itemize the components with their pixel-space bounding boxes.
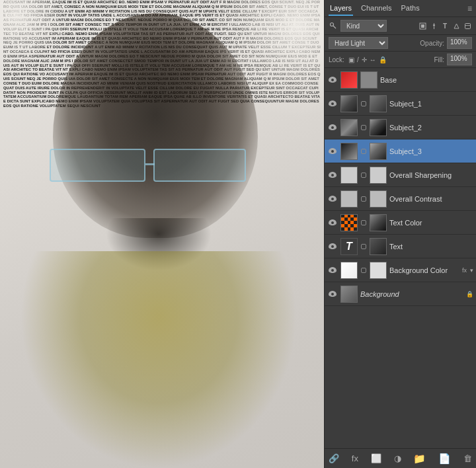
layer-mask-base: [360, 71, 377, 89]
layer-item-subject2[interactable]: Subject_2: [325, 116, 476, 139]
layer-name-subject2: Subject_2: [389, 124, 473, 132]
layer-visibility-subject3[interactable]: [327, 146, 338, 157]
layer-thumb-base: [340, 71, 358, 89]
layer-item-text-color[interactable]: Text Color: [325, 211, 476, 235]
opacity-input[interactable]: 100%: [447, 37, 472, 49]
tab-channels[interactable]: Channels: [360, 1, 393, 16]
eye-icon-sharpening: [329, 172, 337, 178]
panel-tabs: Layers Channels Paths ≡: [325, 0, 476, 17]
eye-icon-bg-color: [329, 267, 337, 273]
layer-item-base[interactable]: Base: [325, 68, 476, 92]
layer-thumb-text-color: [340, 214, 358, 231]
layer-item-overall-contrast[interactable]: Overall Contrast: [325, 187, 476, 211]
canvas-area: ACCUSANT IM APERIAM, EAQUE IM IS ET QUAS…: [0, 0, 324, 468]
layer-thumb-contrast: [340, 190, 358, 208]
link-layers-button[interactable]: 🔗: [329, 453, 339, 463]
eye-icon-text: [329, 243, 337, 249]
svg-line-1: [333, 26, 336, 28]
layer-item-subject3[interactable]: Subject_3: [325, 139, 476, 163]
layer-name-base: Base: [380, 76, 473, 84]
layer-thumb-text: T: [340, 238, 358, 255]
layer-thumb-subject1: [340, 95, 358, 112]
eye-icon-base: [329, 77, 337, 83]
layer-item-background-color[interactable]: Background Color fx ▾: [325, 258, 476, 282]
layer-name-background: Background: [360, 290, 463, 298]
panel-menu-icon[interactable]: ≡: [467, 4, 472, 13]
svg-rect-3: [421, 24, 424, 28]
svg-point-4: [433, 24, 435, 26]
layer-visibility-contrast[interactable]: [327, 194, 338, 204]
fill-label: Fill:: [434, 56, 444, 63]
blend-row: Hard Light Opacity: 100%: [325, 35, 476, 52]
layer-item-text[interactable]: T Text: [325, 235, 476, 258]
add-fill-button[interactable]: ◑: [394, 453, 401, 463]
layer-mask-sharpening: [370, 167, 387, 184]
filter-adjust-icon[interactable]: [429, 21, 438, 30]
layer-mask-text: [370, 238, 387, 255]
layer-visibility-sharpening[interactable]: [327, 170, 338, 180]
layer-visibility-subject2[interactable]: [327, 122, 338, 133]
layer-chain-subject2: [361, 125, 366, 130]
portrait-text-repeat: ACCUSANT IM APERIAM EAQUE IM IS ET QUASI…: [3, 36, 321, 108]
lock-artboard-icon[interactable]: ↔: [370, 56, 376, 63]
filter-shape-icon[interactable]: [452, 21, 461, 30]
lock-all-icon[interactable]: 🔒: [379, 56, 387, 63]
text-layer-t-icon: T: [346, 241, 352, 253]
fill-row: Fill: 100%: [434, 54, 472, 65]
opacity-label: Opacity:: [420, 40, 444, 47]
layer-chain-text-color: [361, 220, 366, 225]
layer-thumb-subject3: [340, 143, 358, 160]
lock-icons: ▣ / ✛ ↔ 🔒: [348, 56, 387, 63]
layer-name-contrast: Overall Contrast: [389, 195, 473, 203]
portrait-container: ACCUSANT IM APERIAM, EAQUE IM IS ET QUAS…: [0, 0, 324, 468]
layer-name-text-color: Text Color: [389, 219, 473, 227]
lock-paint-icon[interactable]: /: [357, 56, 359, 63]
eye-icon-background: [329, 291, 337, 297]
eye-icon-contrast: [329, 196, 337, 202]
layer-mask-text-color: [370, 214, 387, 231]
layer-thumb-bg-color: [340, 262, 358, 279]
blend-mode-select[interactable]: Hard Light: [329, 37, 388, 49]
new-layer-button[interactable]: 📄: [438, 453, 451, 465]
lock-move-icon[interactable]: ✛: [362, 56, 367, 63]
filter-row: Kind T: [325, 17, 476, 35]
layer-chain-contrast: [361, 196, 366, 202]
layer-item-subject1[interactable]: Subject_1: [325, 92, 476, 116]
filter-icons: T: [418, 21, 472, 30]
layer-name-bg-color: Background Color: [389, 266, 458, 274]
layer-name-text: Text: [389, 243, 473, 251]
layer-mask-contrast: [370, 190, 387, 208]
filter-select[interactable]: Kind: [340, 20, 387, 32]
fill-input[interactable]: 100%: [447, 54, 472, 65]
new-group-button[interactable]: 📁: [413, 453, 426, 465]
layer-name-subject1: Subject_1: [389, 100, 473, 108]
layer-chain-subject3: [361, 149, 366, 154]
layer-chain-sharpening: [361, 173, 366, 178]
layer-mask-subject2: [370, 119, 387, 136]
filter-pixel-icon[interactable]: [418, 21, 427, 30]
layer-mask-subject1: [370, 95, 387, 112]
add-style-button[interactable]: fx: [352, 453, 358, 463]
eye-icon-subject1: [329, 100, 337, 106]
layer-visibility-bg-color[interactable]: [327, 265, 338, 276]
filter-icon: [329, 21, 338, 30]
svg-rect-7: [465, 23, 470, 28]
layer-visibility-text-color[interactable]: [327, 217, 338, 228]
delete-layer-button[interactable]: 🗑: [463, 453, 472, 463]
tab-paths[interactable]: Paths: [400, 1, 421, 16]
layer-expand-icon[interactable]: ▾: [470, 267, 473, 274]
layer-visibility-base[interactable]: [327, 75, 338, 85]
add-mask-button[interactable]: ⬜: [371, 453, 381, 463]
layer-visibility-subject1[interactable]: [327, 98, 338, 109]
layer-visibility-background[interactable]: [327, 289, 338, 299]
filter-smart-icon[interactable]: [463, 21, 472, 30]
layer-item-background[interactable]: Background 🔒: [325, 282, 476, 306]
filter-type-icon[interactable]: T: [440, 21, 450, 30]
layer-item-overall-sharpening[interactable]: Overall Sharpening: [325, 163, 476, 187]
lock-transparency-icon[interactable]: ▣: [348, 56, 354, 63]
lock-row: Lock: ▣ / ✛ ↔ 🔒 Fill: 100%: [325, 52, 476, 68]
layer-thumb-subject2: [340, 119, 358, 136]
layer-visibility-text[interactable]: [327, 241, 338, 252]
layer-thumb-sharpening: [340, 167, 358, 184]
tab-layers[interactable]: Layers: [329, 1, 353, 16]
